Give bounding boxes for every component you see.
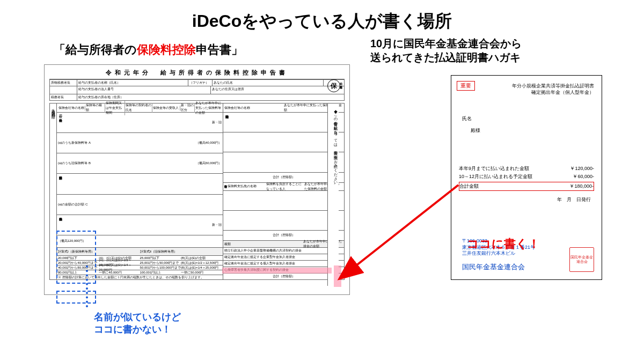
- form-header: 所轄税務署長 給与の支払者の名称（氏名） （フリガナ） あなたの氏名 給与の支払…: [49, 79, 345, 101]
- kyosai-r1: 独立行政法人中小企業基盤整備機構の共済契約の掛金: [223, 248, 344, 254]
- blue-dotted-line: [86, 265, 88, 307]
- callout-blue: 名前が似ているけど ココに書かない！: [94, 311, 181, 336]
- cert-title: 年分小規模企業共済等掛金払込証明書 確定拠出年金（個人型年金）: [512, 83, 594, 95]
- subtitle-left-post: 申告書」: [196, 43, 243, 56]
- subtitle-left: 「給与所得者の保険料控除申告書」: [54, 42, 243, 58]
- callout-red: ココに書く！: [467, 236, 540, 252]
- pink-highlight-amount: [334, 265, 341, 287]
- subtitle-left-red: 保険料控除: [137, 43, 196, 56]
- subtitle-right: 10月に国民年金基金連合会から 送られてきた払込証明書ハガキ: [370, 36, 522, 64]
- vert-life: 生命保険料控除: [50, 104, 57, 279]
- hdr-a7: あなたの氏名: [213, 80, 324, 86]
- cert-amounts: 本年9月までに払い込まれた金額￥120,000- 10～12月に払い込まれる予定…: [459, 165, 594, 191]
- importance-tag: 重要: [457, 81, 475, 91]
- life-cols: 保険会社等の名称 保険等の種類 保険期間又は年金支払期間 保険等の契約者の氏名 …: [57, 104, 223, 113]
- hdr-a2: 給与の支払者の名称（氏名）: [77, 80, 188, 86]
- cert-date: 年 月 日発行: [557, 196, 591, 203]
- pink-highlight-row: [222, 268, 332, 274]
- page-title: iDeCoをやっている人が書く場所: [0, 10, 644, 33]
- cert-org: 国民年金基金連合会: [462, 262, 525, 272]
- hdr-a4: 給与の支払者の所在地（住所）: [77, 94, 344, 100]
- jishin-row: 地震保険料控除: [223, 113, 344, 132]
- form-title: 令和元年分 給与所得者の保険料控除申告書: [44, 64, 350, 79]
- hdr-a1: 所轄税務署長: [50, 80, 77, 86]
- blue-highlight: [57, 232, 95, 283]
- cert-total-box: 合計金額￥180,000-: [459, 182, 594, 191]
- subtitle-right-l1: 10月に国民年金基金連合会から: [370, 36, 522, 50]
- hdr-a8: あなたの住所又は居所: [211, 86, 344, 94]
- subtitle-left-pre: 「給与所得者の: [54, 43, 137, 56]
- seal-circle: 保: [327, 79, 340, 92]
- kyosai-r2: 確定拠出年金法に規定する企業型年金加入者掛金: [223, 254, 344, 261]
- subtitle-right-l2: 送られてきた払込証明書ハガキ: [370, 50, 522, 64]
- vert-note: ◆この申告書の記載に当たっては、裏面の説明をお読みください。: [327, 104, 339, 286]
- kyosai-r3-target: 確定拠出年金法に規定する個人型年金加入者掛金: [223, 261, 344, 267]
- hdr-a6: （フリガナ）: [188, 80, 213, 86]
- hdr-a3: 給与の支払者の法人番号: [77, 86, 211, 94]
- svg-line-0: [354, 185, 458, 267]
- cert-stamp: 国民年金基金連合会: [569, 247, 594, 272]
- cert-name-label: 氏名: [462, 115, 472, 122]
- blue-highlight-2: [57, 292, 95, 302]
- cert-dear: 殿様: [471, 127, 480, 134]
- hdr-a5: 税務署長: [50, 94, 77, 100]
- tax-form: 令和元年分 給与所得者の保険料控除申告書 保 所轄税務署長 給与の支払者の名称（…: [44, 64, 350, 295]
